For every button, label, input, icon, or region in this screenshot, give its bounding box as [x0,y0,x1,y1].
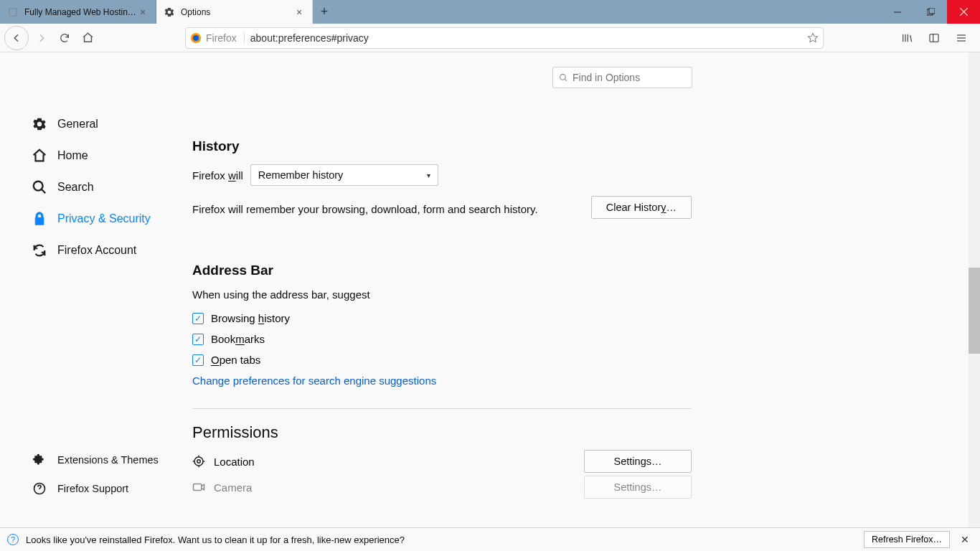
home-icon [32,148,47,164]
search-icon [559,73,568,83]
addressbar-description: When using the address bar, suggest [192,288,692,301]
svg-rect-24 [194,484,202,491]
sidebar-item-label: Search [57,181,94,194]
svg-point-19 [194,457,203,466]
refresh-firefox-button[interactable]: Refresh Firefox… [864,531,950,548]
nav-toolbar: Firefox about:preferences#privacy [0,24,980,52]
new-tab-button[interactable]: + [313,0,336,24]
minimize-button[interactable] [881,0,914,24]
sidebar-button[interactable] [923,27,946,50]
sidebar-item-label: Home [57,149,88,162]
permission-row-camera: Camera Settings… [192,481,692,494]
clear-history-button[interactable]: Clear History… [591,196,692,219]
search-icon [32,179,47,195]
identity-label: Firefox [206,32,237,44]
checkbox-checked-icon[interactable]: ✓ [192,354,204,366]
scrollbar-thumb[interactable] [969,268,980,354]
page-icon [7,6,19,18]
svg-point-18 [197,460,201,463]
sidebar-item-label: Privacy & Security [57,212,151,225]
svg-rect-3 [929,8,935,14]
suggest-bookmarks-row[interactable]: ✓ Bookmarks [192,333,692,345]
divider [192,408,692,409]
category-sidebar: General Home Search Privacy & Security F… [32,108,175,266]
puzzle-icon [32,452,47,468]
sidebar-item-label: Firefox Support [57,483,128,494]
svg-line-16 [42,189,46,194]
gear-icon [32,116,47,132]
library-button[interactable] [895,27,918,50]
addressbar-heading: Address Bar [192,263,692,278]
tab-title: Fully Managed Web Hosting USA | [24,7,137,17]
sidebar-item-label: Extensions & Themes [57,454,159,466]
select-value: Remember history [258,169,343,181]
suggest-opentabs-row[interactable]: ✓ Open tabs [192,354,692,366]
sidebar-item-label: Firefox Account [57,244,136,257]
back-button[interactable] [4,26,29,50]
sidebar-item-label: General [57,118,98,131]
sidebar-item-account[interactable]: Firefox Account [32,235,175,266]
tab-active[interactable]: Options × [156,0,313,24]
menu-button[interactable] [950,27,973,50]
camera-icon [192,481,205,494]
search-placeholder: Find in Options [573,72,640,83]
svg-rect-8 [930,34,938,42]
bookmark-star-icon[interactable] [807,32,819,44]
question-icon [32,481,47,496]
window-controls [881,0,980,24]
maximize-button[interactable] [914,0,947,24]
search-input[interactable]: Find in Options [552,67,692,88]
svg-point-7 [193,35,199,41]
search-suggestions-link[interactable]: Change preferences for search engine sug… [192,375,692,387]
checkbox-label: Browsing history [211,312,290,324]
checkbox-label: Open tabs [211,354,260,366]
notification-bar: ? Looks like you've reinstalled Firefox.… [0,527,980,551]
preferences-content: Find in Options General Home Search Priv… [0,52,980,527]
notification-text: Looks like you've reinstalled Firefox. W… [26,534,405,545]
sidebar-bottom: Extensions & Themes Firefox Support [32,446,189,503]
checkbox-checked-icon[interactable]: ✓ [192,334,204,345]
svg-point-15 [34,182,43,191]
home-button[interactable] [76,27,99,50]
sidebar-item-general[interactable]: General [32,108,175,140]
svg-point-13 [560,74,566,80]
history-heading: History [192,138,692,154]
reload-button[interactable] [53,27,76,50]
checkbox-label: Bookmarks [211,333,265,345]
chevron-down-icon: ▾ [427,171,430,179]
question-icon: ? [7,534,19,545]
permission-label: Location [214,456,255,468]
url-text: about:preferences#privacy [250,32,807,44]
sidebar-item-privacy[interactable]: Privacy & Security [32,203,175,235]
sidebar-item-extensions[interactable]: Extensions & Themes [32,446,189,474]
sidebar-item-search[interactable]: Search [32,171,175,203]
location-icon [192,455,205,468]
tab-title: Options [181,7,293,17]
close-window-button[interactable] [947,0,980,24]
close-icon[interactable]: ✕ [957,532,973,547]
permissions-heading: Permissions [192,423,692,442]
sidebar-item-support[interactable]: Firefox Support [32,474,189,503]
url-bar[interactable]: Firefox about:preferences#privacy [185,27,824,49]
forward-button[interactable] [30,27,53,50]
scrollbar-track[interactable] [969,52,980,527]
history-mode-label: Firefox will [192,169,243,182]
firefox-icon [190,32,202,44]
identity-box[interactable]: Firefox [190,32,245,44]
tab-inactive[interactable]: Fully Managed Web Hosting USA | × [0,0,156,24]
permission-label: Camera [214,481,252,494]
history-mode-select[interactable]: Remember history ▾ [250,164,438,186]
camera-settings-button[interactable]: Settings… [584,476,692,499]
permission-row-location: Location Settings… [192,455,692,468]
sidebar-item-home[interactable]: Home [32,140,175,171]
titlebar: Fully Managed Web Hosting USA | × Option… [0,0,980,24]
checkbox-checked-icon[interactable]: ✓ [192,313,204,324]
gear-icon [164,6,175,18]
close-icon[interactable]: × [293,6,305,18]
close-icon[interactable]: × [137,6,149,18]
sync-icon [32,242,47,258]
svg-line-14 [565,79,567,81]
location-settings-button[interactable]: Settings… [584,450,692,473]
suggest-history-row[interactable]: ✓ Browsing history [192,312,692,324]
main-panel: History Firefox will Remember history ▾ … [192,138,692,494]
